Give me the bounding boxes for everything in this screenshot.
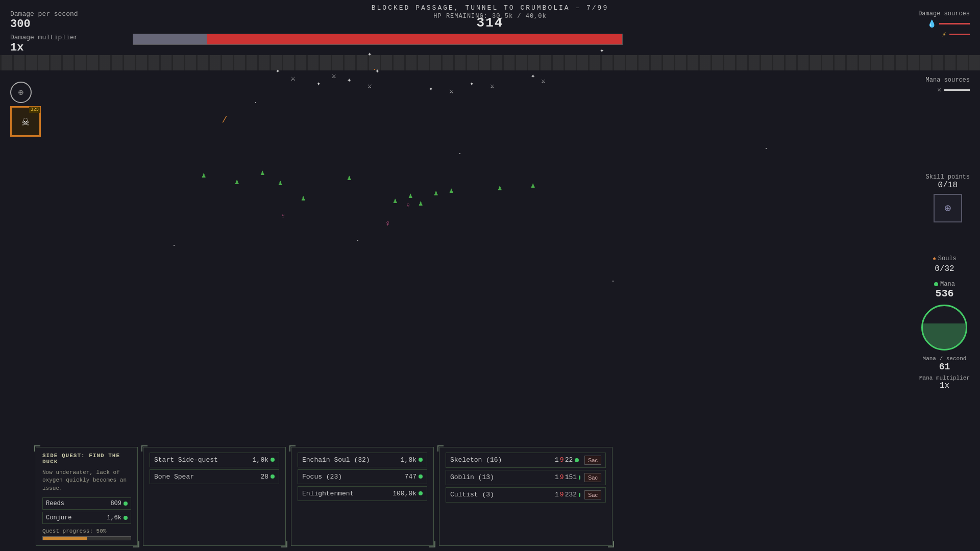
summon-c2-0: 22 (565, 456, 573, 464)
left-stats: Damage per second 300 Damage multiplier … (10, 10, 78, 54)
sac-button-2[interactable]: Sac (584, 490, 601, 499)
enemy-green: ♟ (347, 173, 351, 182)
summon-row-1: Goblin (13) 1 9 151 Sac (446, 470, 606, 485)
player-level: 323 (29, 107, 40, 113)
hp-bar-number: 314 (477, 15, 504, 31)
enemy-white: ⚔ (449, 87, 453, 95)
enemy-white: ⚔ (291, 74, 295, 83)
resource-row-reeds: Reeds 809 (42, 497, 131, 510)
hp-bar-track (133, 34, 623, 45)
skill-points-area: Skill points 0/18 ⊕ (926, 173, 970, 222)
buff-row-1[interactable]: Focus (23) 747 (298, 469, 427, 484)
player-sprite: ♀ (281, 212, 286, 221)
mana-source-row: ✕ (926, 86, 970, 94)
buff-cost-2: 100,0k (393, 490, 423, 497)
spell-row-1[interactable]: Bone Spear 28 (150, 469, 279, 484)
enemy-green: ♟ (393, 196, 397, 205)
damage-source-row-2: ⚡ (918, 30, 970, 39)
dps-label: Damage per second (10, 10, 78, 18)
mana-dot-icon (934, 282, 938, 286)
buff-cost-val-0: 1,8k (401, 456, 416, 464)
damage-source-row-1: 💧 (918, 19, 970, 28)
crosshair-icon: ⊕ (18, 87, 24, 98)
spells-panel: Start Side-quest 1,0k Bone Spear 28 (143, 447, 286, 546)
resource-val-conjure-text: 1,6k (107, 514, 121, 521)
right-stats: Damage sources 💧 ⚡ (918, 10, 970, 43)
quest-progress-bar (42, 536, 131, 540)
mana-circle-fill (923, 323, 966, 349)
mana-multiplier-value: 1x (919, 381, 970, 390)
hp-bar-container (133, 30, 623, 45)
bg-star (766, 148, 767, 149)
spell-cost-0: 1,0k (253, 456, 275, 464)
player-target-ring: ⊕ (10, 82, 32, 103)
sac-button-1[interactable]: Sac (584, 473, 601, 482)
bg-star (357, 240, 358, 241)
souls-mana-area: ♠ Souls 0/32 Mana 536 Mana / second 61 M… (919, 255, 970, 390)
damage-source-icon-1: 💧 (927, 19, 936, 28)
spell-cost-1: 28 (260, 473, 275, 481)
skill-icon-box[interactable]: ⊕ (934, 194, 962, 222)
spell-cost-val-0: 1,0k (253, 456, 268, 464)
border-pattern (0, 55, 980, 70)
buff-row-2[interactable]: Enlightenment 100,0k (298, 486, 427, 501)
hp-bar-gray (133, 34, 207, 44)
summons-panel: Skeleton (16) 1 9 22 Sac Goblin (13) 1 9… (439, 447, 612, 546)
resource-dot-conjure (124, 516, 128, 520)
player-icon: ☠ (22, 114, 29, 129)
resource-value-conjure: 1,6k (107, 514, 128, 521)
souls-label: Souls (938, 255, 957, 262)
summon-c2-2: 232 (565, 491, 577, 498)
buff-row-0[interactable]: Enchain Soul (32) 1,8k (298, 453, 427, 467)
mana-sources: Mana sources ✕ (926, 77, 970, 94)
side-quest-desc: Now underwater, lack of oxygen quickly b… (42, 469, 131, 492)
quest-progress-label: Quest progress: 50% (42, 528, 131, 534)
enemy-green: ♟ (260, 168, 264, 177)
mana-per-second-label: Mana / second (919, 356, 970, 362)
damage-sources-block: Damage sources 💧 ⚡ (918, 10, 970, 39)
sac-button-0[interactable]: Sac (584, 456, 601, 465)
souls-value: 0/32 (919, 264, 970, 273)
summon-dot-1 (579, 475, 580, 480)
summon-hl-2: 9 (560, 491, 564, 498)
enemy-white: ⚔ (332, 71, 336, 80)
resource-row-conjure: Conjure 1,6k (42, 512, 131, 524)
enemy-white: ✦ (276, 66, 280, 75)
soul-icon: ♠ (933, 256, 936, 262)
projectile: | (220, 114, 229, 124)
summon-c2-1: 151 (565, 473, 577, 481)
buff-cost-val-1: 747 (405, 473, 416, 481)
location-name: BLOCKED PASSAGE, TUNNEL TO CRUMBOLIA – 7… (372, 4, 608, 12)
bg-star (255, 102, 256, 103)
spell-name-0: Start Side-quest (154, 456, 218, 464)
player-icon-area: ⊕ ☠ 323 (10, 82, 41, 137)
projectile2: · (373, 66, 376, 73)
dps-value: 300 (10, 18, 78, 31)
player-sprite: ♀ (385, 219, 390, 229)
enemy-white: ✦ (531, 71, 535, 80)
summon-c1-2: 1 (555, 491, 559, 498)
damage-source-bar-1 (939, 23, 970, 24)
resource-val-reeds-text: 809 (110, 500, 121, 507)
enemy-green: ♟ (419, 199, 423, 208)
mult-value: 1x (10, 41, 78, 54)
summon-name-1: Goblin (13) (450, 473, 555, 481)
side-quest-panel: SIDE QUEST: FIND THE DUCK Now underwater… (36, 447, 138, 546)
spell-name-1: Bone Spear (154, 473, 194, 481)
player-portrait[interactable]: ☠ 323 (10, 106, 41, 137)
bg-star (174, 245, 175, 246)
enemy-white: ⚔ (541, 77, 545, 85)
spell-cost-val-1: 28 (260, 473, 268, 481)
damage-source-icon-2: ⚡ (942, 30, 946, 39)
mult-label: Damage multiplier (10, 34, 78, 41)
summon-dot-0 (575, 458, 579, 462)
buff-name-0: Enchain Soul (32) (302, 456, 370, 464)
summon-name-0: Skeleton (16) (450, 456, 555, 464)
spell-row-0[interactable]: Start Side-quest 1,0k (150, 453, 279, 467)
player-sprite: ♀ (406, 202, 411, 211)
buff-cost-dot-1 (419, 474, 423, 479)
buff-cost-1: 747 (405, 473, 423, 481)
resource-dot-reeds (124, 502, 128, 506)
enemy-green: ♟ (434, 189, 438, 197)
souls-row: ♠ Souls (919, 255, 970, 262)
